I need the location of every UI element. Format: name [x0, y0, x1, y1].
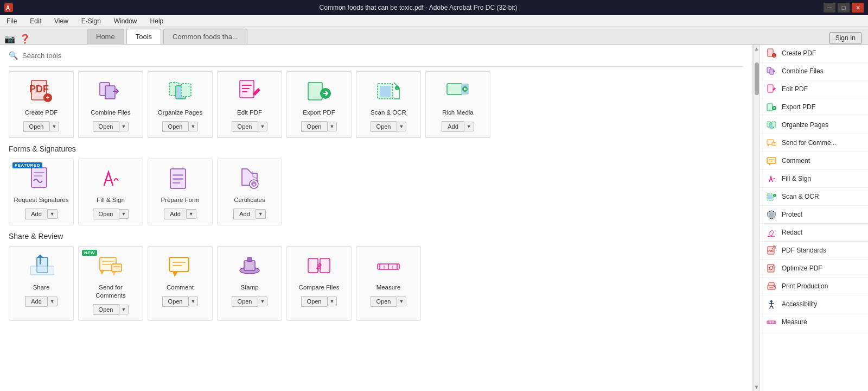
stamp-arrow-btn[interactable]: ▼ [258, 297, 268, 306]
request-signatures-arrow-btn[interactable]: ▼ [47, 209, 58, 219]
minimize-button[interactable]: ─ [824, 3, 835, 12]
menu-help[interactable]: Help [148, 16, 166, 26]
svg-text:A: A [6, 5, 10, 11]
svg-rect-32 [173, 178, 183, 180]
certificates-arrow-btn[interactable]: ▼ [256, 209, 266, 219]
new-badge: NEW [82, 250, 97, 256]
menu-window[interactable]: Window [112, 16, 139, 26]
share-add-btn[interactable]: Add [25, 296, 47, 307]
rich-media-label: Rich Media [442, 109, 474, 117]
right-panel-protect[interactable]: Protect [760, 206, 868, 224]
menu-view[interactable]: View [52, 16, 71, 26]
right-panel-edit-pdf[interactable]: Edit PDF [760, 80, 868, 98]
search-input[interactable] [22, 52, 120, 60]
help-icon[interactable]: ❓ [20, 34, 30, 44]
featured-badge: FEATURED [12, 162, 42, 168]
tab-home[interactable]: Home [87, 29, 124, 44]
compare-files-open-btn[interactable]: Open [301, 296, 327, 307]
right-panel-measure[interactable]: Measure [760, 313, 868, 331]
share-label: Share [33, 283, 50, 292]
right-panel-scan-ocr[interactable]: + Scan & OCR [760, 188, 868, 206]
right-panel-organize-pages[interactable]: Organize Pages [760, 116, 868, 134]
prepare-form-arrow-btn[interactable]: ▼ [186, 209, 196, 219]
request-signatures-label: Request Signatures [14, 196, 68, 204]
menu-esign[interactable]: E-Sign [79, 16, 103, 26]
right-optimize-pdf-label: Optimize PDF [782, 264, 822, 272]
tab-document[interactable]: Common foods tha... [163, 29, 247, 44]
comment-arrow-btn[interactable]: ▼ [188, 297, 199, 306]
export-pdf-open-btn[interactable]: Open [301, 121, 327, 132]
svg-text:PDF: PDF [29, 84, 49, 94]
main-layout: 🔍 PDF+ Create PDF Open ▼ [0, 45, 868, 391]
request-signatures-btn-row: Add ▼ [25, 209, 58, 219]
scan-ocr-arrow-btn[interactable]: ▼ [397, 122, 407, 131]
comment-open-btn[interactable]: Open [162, 296, 188, 307]
measure-label: Measure [376, 283, 401, 292]
right-panel-redact[interactable]: Redact [760, 224, 868, 242]
right-accessibility-icon [767, 299, 776, 309]
fill-sign-open-btn[interactable]: Open [93, 209, 119, 219]
fill-sign-arrow-btn[interactable]: ▼ [119, 209, 129, 219]
forms-signatures-title: Forms & Signatures [9, 144, 744, 153]
tool-card-create-pdf: PDF+ Create PDF Open ▼ [9, 71, 74, 138]
close-button[interactable]: ✕ [852, 3, 864, 12]
create-pdf-arrow-btn[interactable]: ▼ [49, 122, 60, 131]
scan-ocr-open-btn[interactable]: Open [371, 121, 397, 132]
menu-edit[interactable]: Edit [28, 16, 43, 26]
panel-collapse-btn[interactable]: › [760, 210, 760, 226]
right-panel-print-production[interactable]: Print Production [760, 278, 868, 295]
rich-media-arrow-btn[interactable]: ▼ [464, 122, 474, 131]
scroll-thumb[interactable] [755, 62, 759, 95]
tool-card-request-signatures: FEATURED Request Signatures Add ▼ [9, 159, 74, 225]
menu-file[interactable]: File [4, 16, 19, 26]
right-panel-pdf-standards[interactable]: PDF PDF Standards [760, 242, 868, 260]
right-panel-optimize-pdf[interactable]: Optimize PDF [760, 260, 868, 278]
edit-pdf-label: Edit PDF [237, 109, 262, 117]
share-arrow-btn[interactable]: ▼ [47, 297, 58, 306]
organize-pages-btn-row: Open ▼ [162, 121, 199, 132]
right-panel-fill-sign[interactable]: Fill & Sign [760, 170, 868, 188]
right-panel-export-pdf[interactable]: Export PDF [760, 98, 868, 116]
scroll-bar[interactable]: ▲ ▼ [753, 45, 760, 391]
export-pdf-label: Export PDF [303, 109, 335, 117]
tab-tools[interactable]: Tools [126, 29, 161, 44]
svg-rect-65 [770, 69, 774, 74]
right-comment-icon [767, 156, 776, 166]
maximize-button[interactable]: □ [838, 3, 850, 12]
right-panel-send-for-comments[interactable]: Send for Comme... [760, 134, 868, 152]
right-panel-comment[interactable]: Comment [760, 152, 868, 170]
rich-media-add-btn[interactable]: Add [442, 121, 464, 132]
send-for-comments-arrow-btn[interactable]: ▼ [119, 305, 129, 314]
certificates-add-btn[interactable]: Add [233, 209, 256, 219]
right-pdf-standards-label: PDF Standards [782, 247, 826, 254]
compare-files-arrow-btn[interactable]: ▼ [327, 297, 337, 306]
measure-arrow-btn[interactable]: ▼ [397, 297, 407, 306]
fill-sign-btn-row: Open ▼ [93, 209, 129, 219]
right-panel-combine-files[interactable]: Combine Files [760, 62, 868, 80]
right-panel-create-pdf[interactable]: + Create PDF [760, 45, 868, 62]
right-fill-sign-icon [767, 174, 776, 184]
right-fill-sign-label: Fill & Sign [782, 175, 811, 182]
scan-ocr-icon: + [375, 78, 401, 104]
prepare-form-add-btn[interactable]: Add [164, 209, 186, 219]
stamp-open-btn[interactable]: Open [232, 296, 258, 307]
export-pdf-arrow-btn[interactable]: ▼ [327, 122, 337, 131]
request-signatures-add-btn[interactable]: Add [25, 209, 47, 219]
combine-files-open-btn[interactable]: Open [93, 121, 119, 132]
sign-in-button[interactable]: Sign In [829, 32, 861, 44]
camera-icon[interactable]: 📷 [4, 34, 15, 44]
svg-rect-28 [34, 175, 42, 176]
edit-pdf-arrow-btn[interactable]: ▼ [258, 122, 268, 131]
right-create-pdf-label: Create PDF [782, 49, 816, 57]
edit-pdf-icon [237, 78, 263, 104]
measure-open-btn[interactable]: Open [371, 296, 397, 307]
right-panel-accessibility[interactable]: Accessibility [760, 295, 868, 313]
certificates-btn-row: Add ▼ [233, 209, 266, 219]
send-for-comments-open-btn[interactable]: Open [93, 304, 119, 315]
edit-pdf-open-btn[interactable]: Open [232, 121, 258, 132]
create-pdf-open-btn[interactable]: Open [23, 121, 49, 132]
certificates-icon: ★ [237, 166, 263, 192]
organize-pages-arrow-btn[interactable]: ▼ [188, 122, 199, 131]
organize-pages-open-btn[interactable]: Open [162, 121, 188, 132]
combine-files-arrow-btn[interactable]: ▼ [119, 122, 129, 131]
